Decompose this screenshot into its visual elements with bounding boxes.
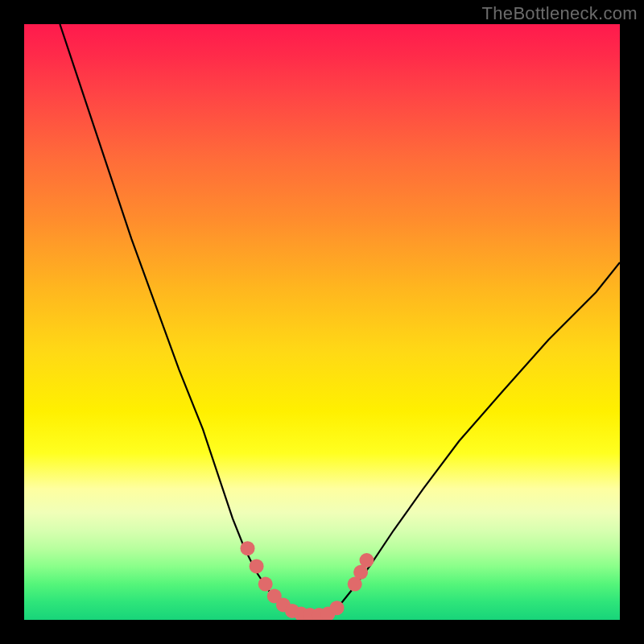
valley-marker [360, 553, 374, 568]
valley-marker [330, 601, 345, 615]
bottleneck-curve [60, 24, 620, 617]
plot-area [24, 24, 620, 620]
valley-marker [258, 577, 273, 592]
valley-marker [250, 559, 264, 573]
curve-layer [24, 24, 620, 620]
chart-frame: TheBottleneck.com [0, 0, 644, 644]
watermark-text: TheBottleneck.com [482, 3, 638, 24]
valley-marker [241, 541, 255, 555]
